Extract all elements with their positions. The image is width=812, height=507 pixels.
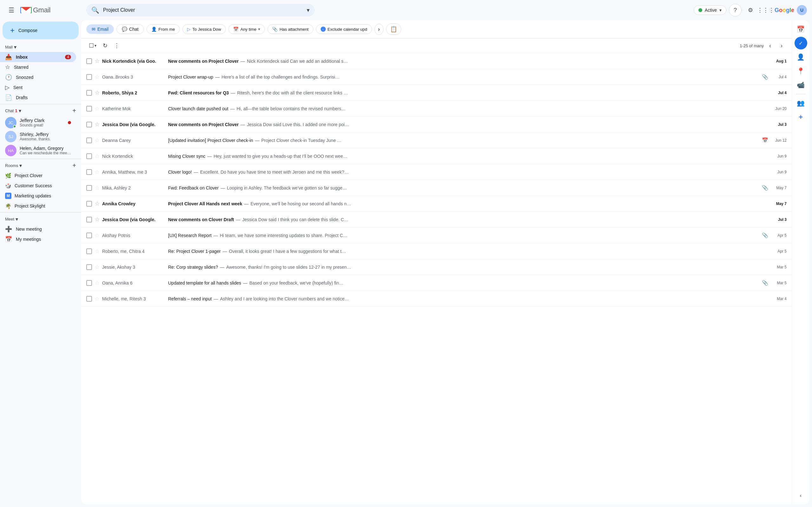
rooms-section-header[interactable]: Rooms ▾ + xyxy=(0,160,81,170)
settings-button[interactable]: ⚙ xyxy=(744,4,757,16)
email-checkbox[interactable] xyxy=(86,201,92,207)
email-checkbox[interactable] xyxy=(86,185,92,191)
chip-more[interactable]: › xyxy=(374,24,384,35)
sidebar-item-drafts[interactable]: 📄 Drafts xyxy=(0,93,76,103)
email-star[interactable]: ☆ xyxy=(95,73,100,80)
email-row[interactable]: ☆ Mika, Ashley 2 Fwd: Feedback on Clover… xyxy=(81,180,792,196)
mail-section-header[interactable]: Mail ▾ xyxy=(0,42,81,52)
calendar-panel-button[interactable]: 📅 xyxy=(795,23,807,36)
hamburger-icon[interactable]: ☰ xyxy=(5,4,18,16)
sidebar-item-starred[interactable]: ☆ Starred xyxy=(0,62,76,72)
email-row[interactable]: ☆ Annika Crowley Project Clover All Hand… xyxy=(81,196,792,212)
chip-any-time[interactable]: 📅 Any time ▾ xyxy=(229,24,265,34)
chat-item-shirley[interactable]: SJ Shirley, Jeffery Awesome, thanks. xyxy=(0,130,76,144)
email-checkbox[interactable] xyxy=(86,264,92,270)
tasks-panel-button[interactable]: ✓ xyxy=(795,37,807,49)
email-star[interactable]: ☆ xyxy=(95,121,100,128)
chat-item-jeffery[interactable]: JC Jeffery Clark Sounds great! xyxy=(0,116,76,130)
email-checkbox[interactable] xyxy=(86,122,92,127)
compose-button[interactable]: + Compose xyxy=(3,21,79,39)
email-row[interactable]: ☆ Roberto, Shiya 2 Fwd: Client resources… xyxy=(81,85,792,101)
chip-exclude-calendar[interactable]: - Exclude calendar upd xyxy=(316,24,372,34)
avatar-helen: HA xyxy=(5,145,16,156)
email-row[interactable]: ☆ Roberto, me, Chitra 4 Re: Project Clov… xyxy=(81,243,792,259)
room-item-marketing[interactable]: M Marketing updates xyxy=(0,191,76,201)
email-checkbox[interactable] xyxy=(86,296,92,302)
email-star[interactable]: ☆ xyxy=(95,248,100,255)
chat-item-helen[interactable]: HA Helen, Adam, Gregory Can we reschedul… xyxy=(0,144,76,158)
email-checkbox[interactable] xyxy=(86,90,92,96)
room-item-project-clover[interactable]: 🌿 Project Clover xyxy=(0,170,76,181)
email-star[interactable]: ☆ xyxy=(95,169,100,176)
email-row[interactable]: ☆ Deanna Carey [Updated invitation] Proj… xyxy=(81,132,792,148)
status-button[interactable]: Active ▾ xyxy=(694,5,726,15)
tab-email[interactable]: ✉ Email xyxy=(86,24,114,34)
meet-panel-button[interactable]: 📹 xyxy=(795,78,807,91)
chip-has-attachment[interactable]: 📎 Has attachment xyxy=(267,24,313,34)
email-star[interactable]: ☆ xyxy=(95,58,100,65)
select-all-checkbox[interactable]: ☐ ▾ xyxy=(86,40,99,51)
email-star[interactable]: ☆ xyxy=(95,89,100,96)
add-addon-button[interactable]: + xyxy=(795,111,807,123)
email-checkbox[interactable] xyxy=(86,217,92,222)
email-star[interactable]: ☆ xyxy=(95,264,100,271)
more-options-button[interactable]: ⋮ xyxy=(111,40,122,51)
sidebar-item-snoozed[interactable]: 🕐 Snoozed xyxy=(0,72,76,82)
email-star[interactable]: ☆ xyxy=(95,137,100,144)
chip-from-me[interactable]: 👤 From me xyxy=(147,24,180,34)
help-button[interactable]: ? xyxy=(729,4,742,16)
meet-section-header[interactable]: Meet ▾ xyxy=(0,214,81,224)
email-checkbox[interactable] xyxy=(86,153,92,159)
contacts-panel-button[interactable]: 👤 xyxy=(795,51,807,63)
email-star[interactable]: ☆ xyxy=(95,216,100,223)
prev-page-button[interactable]: ‹ xyxy=(765,41,775,51)
email-row[interactable]: ☆ Jessica Dow (via Google. New comments … xyxy=(81,117,792,132)
meet-item-my[interactable]: 📅 My meetings xyxy=(0,234,76,244)
email-checkbox[interactable] xyxy=(86,106,92,112)
avatar-button[interactable]: U xyxy=(797,5,807,15)
chip-extra[interactable]: 📋 xyxy=(386,23,401,35)
rooms-add-icon[interactable]: + xyxy=(72,162,76,169)
email-checkbox[interactable] xyxy=(86,58,92,64)
email-star[interactable]: ☆ xyxy=(95,200,100,207)
maps-panel-button[interactable]: 📍 xyxy=(795,65,807,77)
email-row[interactable]: ☆ Nick Kortendick (via Goo. New comments… xyxy=(81,53,792,69)
search-input[interactable] xyxy=(103,7,303,13)
meet-item-new[interactable]: ➕ New meeting xyxy=(0,224,76,234)
sidebar-item-sent[interactable]: ▷ Sent xyxy=(0,82,76,93)
email-row[interactable]: ☆ Annika, Matthew, me 3 Clover logo! — E… xyxy=(81,164,792,180)
email-row[interactable]: ☆ Michelle, me, Ritesh 3 Referrals – nee… xyxy=(81,291,792,307)
search-expand-icon[interactable]: ▾ xyxy=(307,7,310,14)
tab-chat[interactable]: 💬 Chat xyxy=(116,24,144,34)
email-row[interactable]: ☆ Akshay Potnis [UX] Research Report — H… xyxy=(81,228,792,243)
refresh-button[interactable]: ↻ xyxy=(100,40,110,51)
email-checkbox[interactable] xyxy=(86,169,92,175)
apps-button[interactable]: ⋮⋮⋮ xyxy=(759,4,772,16)
chip-to-jessica[interactable]: ▷ To Jessica Dow xyxy=(183,24,226,34)
chat-section-header[interactable]: Chat 1 ▾ + xyxy=(0,106,81,116)
email-row[interactable]: ☆ Jessica Dow (via Google. New comments … xyxy=(81,212,792,228)
sidebar-item-inbox[interactable]: 📥 Inbox 4 xyxy=(0,52,76,62)
email-row[interactable]: ☆ Jessie, Akshay 3 Re: Corp strategy sli… xyxy=(81,259,792,275)
email-star[interactable]: ☆ xyxy=(95,105,100,112)
email-row[interactable]: ☆ Oana..Brooks 3 Project Clover wrap-up … xyxy=(81,69,792,85)
email-checkbox[interactable] xyxy=(86,248,92,254)
email-checkbox[interactable] xyxy=(86,137,92,143)
room-item-customer-success[interactable]: 🎲 Customer Success xyxy=(0,181,76,191)
email-star[interactable]: ☆ xyxy=(95,295,100,302)
email-checkbox[interactable] xyxy=(86,74,92,80)
email-star[interactable]: ☆ xyxy=(95,279,100,286)
email-row[interactable]: ☆ Katherine Mok Clover launch date pushe… xyxy=(81,101,792,117)
email-row[interactable]: ☆ Nick Kortendick Mising Clover sync — H… xyxy=(81,148,792,164)
email-star[interactable]: ☆ xyxy=(95,232,100,239)
email-row[interactable]: ☆ Oana, Annika 6 Updated template for al… xyxy=(81,275,792,291)
people-panel-button[interactable]: 👥 xyxy=(795,97,807,109)
email-checkbox[interactable] xyxy=(86,233,92,238)
email-star[interactable]: ☆ xyxy=(95,153,100,160)
expand-sidebar-button[interactable]: ‹ xyxy=(795,489,807,502)
email-checkbox[interactable] xyxy=(86,280,92,286)
room-item-skylight[interactable]: 🌴 Project Skylight xyxy=(0,201,76,211)
next-page-button[interactable]: › xyxy=(776,41,786,51)
chat-add-icon[interactable]: + xyxy=(72,107,76,114)
email-star[interactable]: ☆ xyxy=(95,184,100,191)
